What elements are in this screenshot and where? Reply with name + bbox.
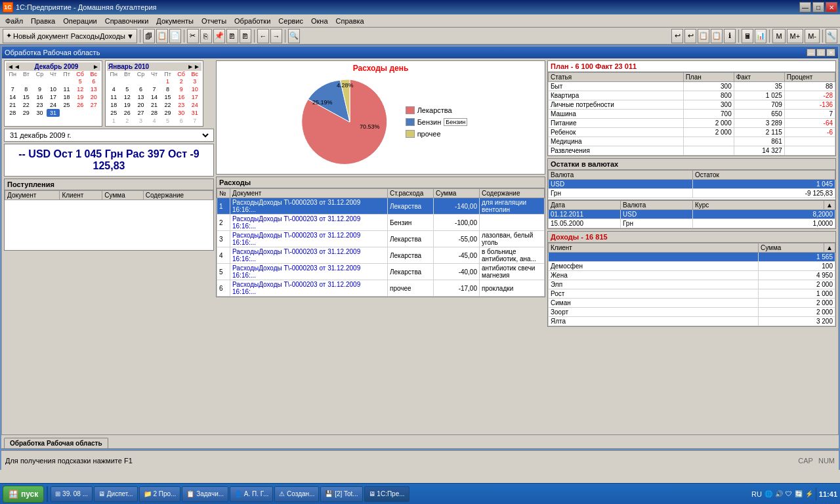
taskbar-btn-5[interactable]: 👤 А. П. Г... [230, 486, 273, 502]
toolbar-btn-mminus[interactable]: М- [805, 29, 820, 43]
cal-jan-12[interactable]: 12 [121, 93, 135, 101]
toolbar-btn-m[interactable]: М [772, 29, 785, 43]
cal-jan-22[interactable]: 22 [161, 101, 175, 109]
cal-day-empty3[interactable] [33, 77, 47, 85]
cal-day-12[interactable]: 12 [74, 85, 87, 93]
cal-day-10[interactable]: 10 [47, 85, 60, 93]
menu-windows[interactable]: Окна [307, 16, 332, 26]
cal-jan-17[interactable]: 17 [188, 93, 201, 101]
cal-day-22[interactable]: 22 [20, 101, 33, 109]
cal-day-15[interactable]: 15 [20, 93, 33, 101]
cal-jan-8[interactable]: 8 [161, 85, 175, 93]
menu-service[interactable]: Сервис [274, 16, 307, 26]
cal-jan-29[interactable]: 29 [161, 109, 175, 117]
toolbar-btn-r6[interactable]: 📊 [755, 29, 766, 43]
cal-jan-18[interactable]: 18 [107, 101, 121, 109]
cal-jan-28[interactable]: 28 [148, 109, 161, 117]
cal-jan-4[interactable]: 4 [107, 85, 121, 93]
cal-day-5[interactable]: 5 [74, 77, 87, 85]
taskbar-btn-2[interactable]: 🖥 Диспет... [94, 486, 138, 502]
toolbar-btn-cut[interactable]: ✂ [187, 29, 199, 43]
cal-jan-ne2[interactable]: 2 [121, 117, 135, 125]
minimize-button[interactable]: — [799, 2, 811, 12]
mdi-restore[interactable]: □ [816, 49, 826, 56]
cal-day-19[interactable]: 19 [74, 93, 87, 101]
date-select[interactable]: 31 декабрь 2009 г. [7, 131, 211, 140]
cal-day-empty5[interactable] [60, 77, 74, 85]
toolbar-btn-6[interactable]: 🖹 [240, 29, 251, 43]
tab-workspace[interactable]: Обработка Рабочая область [4, 438, 108, 448]
menu-file[interactable]: Файл [1, 16, 27, 26]
cal-jan-ne3[interactable]: 3 [134, 117, 148, 125]
menu-operations[interactable]: Операции [59, 16, 100, 26]
cal-jan-14[interactable]: 14 [148, 93, 161, 101]
cal-jan-ne4[interactable]: 4 [148, 117, 161, 125]
cal-day-14[interactable]: 14 [6, 93, 20, 101]
date-display[interactable]: 31 декабрь 2009 г. [4, 129, 214, 142]
cal-jan-2[interactable]: 2 [175, 77, 188, 85]
cal-jan-26[interactable]: 26 [121, 109, 135, 117]
toolbar-btn-back[interactable]: ← [257, 29, 269, 43]
menu-reports[interactable]: Отчеты [198, 16, 230, 26]
cal-day-29[interactable]: 29 [20, 109, 33, 117]
toolbar-btn-fwd[interactable]: → [270, 29, 282, 43]
cal-day-18[interactable]: 18 [60, 93, 74, 101]
cal-day-28[interactable]: 28 [6, 109, 20, 117]
mdi-minimize[interactable]: — [807, 49, 816, 56]
cal-jan-ne1[interactable]: 1 [107, 117, 121, 125]
cal-day-6[interactable]: 6 [87, 77, 100, 85]
toolbar-btn-r5[interactable]: ℹ [724, 29, 736, 43]
menu-documents[interactable]: Документы [152, 16, 198, 26]
taskbar-btn-8[interactable]: 🖥 1С:Пре... [364, 486, 410, 502]
cal-jan-1[interactable]: 1 [161, 77, 175, 85]
menu-help[interactable]: Справка [332, 16, 368, 26]
cal-day-16[interactable]: 16 [33, 93, 47, 101]
toolbar-btn-3[interactable]: 📄 [169, 29, 181, 43]
cal-jan-e3[interactable] [134, 77, 148, 85]
toolbar-btn-1[interactable]: 🗐 [143, 29, 155, 43]
close-button[interactable]: ✕ [826, 2, 837, 12]
cal-day-17[interactable]: 17 [47, 93, 60, 101]
toolbar-btn-copy[interactable]: ⎘ [200, 29, 212, 43]
cal-day-empty1[interactable] [6, 77, 20, 85]
cal-jan-31[interactable]: 31 [188, 109, 201, 117]
cal-jan-24[interactable]: 24 [188, 101, 201, 109]
toolbar-btn-r2[interactable]: ↩ [684, 29, 696, 43]
cal-dec-next[interactable]: ► [93, 63, 99, 70]
toolbar-btn-r1[interactable]: ↩ [671, 29, 683, 43]
toolbar-btn-mplus[interactable]: М+ [787, 29, 804, 43]
cal-jan-ne7[interactable]: 7 [188, 117, 201, 125]
cal-jan-6[interactable]: 6 [134, 85, 148, 93]
menu-processing[interactable]: Обработки [230, 16, 274, 26]
cal-day-23[interactable]: 23 [33, 101, 47, 109]
toolbar-btn-calc[interactable]: 🖩 [742, 29, 753, 43]
cal-jan-3[interactable]: 3 [188, 77, 201, 85]
cal-day-8[interactable]: 8 [20, 85, 33, 93]
cal-jan-20[interactable]: 20 [134, 101, 148, 109]
cal-day-13[interactable]: 13 [87, 85, 100, 93]
start-button[interactable]: 🪟 пуск [3, 486, 44, 503]
cal-jan-19[interactable]: 19 [121, 101, 135, 109]
cal-jan-e2[interactable] [121, 77, 135, 85]
cal-jan-27[interactable]: 27 [134, 109, 148, 117]
cal-jan-25[interactable]: 25 [107, 109, 121, 117]
cal-day-empty7[interactable] [74, 109, 87, 117]
cal-jan-5[interactable]: 5 [121, 85, 135, 93]
cal-jan-e4[interactable] [148, 77, 161, 85]
new-document-button[interactable]: ✦ Новый документ РасходыДоходы ▼ [3, 29, 137, 43]
toolbar-btn-2[interactable]: 📋 [156, 29, 168, 43]
toolbar-btn-search[interactable]: 🔍 [288, 29, 300, 43]
cal-jan-16[interactable]: 16 [175, 93, 188, 101]
taskbar-btn-4[interactable]: 📋 Задачи... [182, 486, 228, 502]
cal-dec-prev[interactable]: ◄◄ [7, 63, 20, 70]
cal-day-24[interactable]: 24 [47, 101, 60, 109]
cal-jan-9[interactable]: 9 [175, 85, 188, 93]
cal-jan-ne6[interactable]: 6 [175, 117, 188, 125]
inc-sort-icon[interactable]: ▲ [824, 243, 835, 253]
cal-jan-30[interactable]: 30 [175, 109, 188, 117]
taskbar-btn-3[interactable]: 📁 2 Про... [139, 486, 181, 502]
maximize-button[interactable]: □ [812, 2, 824, 12]
menu-edit[interactable]: Правка [27, 16, 59, 26]
cal-jan-11[interactable]: 11 [107, 93, 121, 101]
toolbar-btn-r3[interactable]: 📋 [698, 29, 709, 43]
